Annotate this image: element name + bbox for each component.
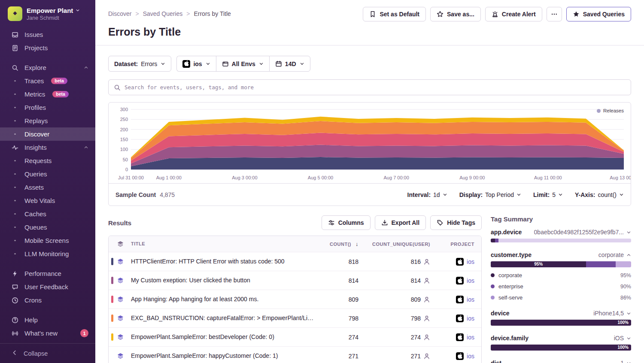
- project-link[interactable]: ios: [436, 258, 481, 266]
- whatsnew-icon: [11, 330, 19, 337]
- sidebar-item-queues[interactable]: Queues: [0, 221, 95, 234]
- sidebar-item-performance[interactable]: Performance: [0, 267, 95, 280]
- sidebar-item-queries[interactable]: Queries: [0, 167, 95, 181]
- tag-value-toggle[interactable]: iOS: [614, 335, 631, 342]
- event-title-link[interactable]: HTTPClientError: HTTP Client Error with …: [131, 252, 318, 271]
- sidebar-item-assets[interactable]: Assets: [0, 181, 95, 194]
- sidebar-item-llm-monitoring[interactable]: LLM Monitoring: [0, 247, 95, 260]
- environment-selector[interactable]: All Envs: [216, 56, 269, 72]
- bullet-icon: [11, 227, 19, 228]
- tag-value-toggle[interactable]: 0baebc0de4982f1255f2e9e9fb7...: [534, 229, 631, 236]
- columns-button[interactable]: Columns: [322, 215, 371, 230]
- column-header-count-unique[interactable]: COUNT_UNIQUE(USER): [361, 242, 436, 247]
- hide-tags-button[interactable]: Hide Tags: [430, 215, 482, 230]
- sidebar-item-label: Discover: [24, 130, 49, 138]
- tag-distribution-bar[interactable]: 95%: [491, 261, 631, 267]
- tag-value-row[interactable]: enterprise90%: [491, 283, 631, 290]
- stacked-area-chart[interactable]: 050100150200250300Jul 31 00:00Aug 1 00:0…: [109, 103, 631, 183]
- saved-queries-button[interactable]: Saved Queries: [566, 7, 631, 21]
- sidebar-item-label: User Feedback: [24, 283, 68, 290]
- sidebar-item-profiles[interactable]: Profiles: [0, 101, 95, 114]
- column-header-project[interactable]: PROJECT: [436, 242, 481, 247]
- y-axis-control[interactable]: Y-Axis:count(): [575, 191, 624, 198]
- project-link[interactable]: ios: [436, 296, 481, 303]
- project-selector[interactable]: ios: [176, 56, 216, 72]
- sidebar-item-mobile-screens[interactable]: Mobile Screens: [0, 234, 95, 247]
- tag-distribution-bar[interactable]: 100%: [491, 345, 631, 351]
- set-as-default-button[interactable]: Set as Default: [363, 7, 426, 21]
- dataset-selector[interactable]: Dataset: Errors: [108, 56, 171, 72]
- column-header-count[interactable]: COUNT()↓: [318, 241, 361, 247]
- sidebar-item-traces[interactable]: Tracesbeta: [0, 74, 95, 88]
- breadcrumb-saved-queries[interactable]: Saved Queries: [143, 10, 183, 17]
- tag-value-toggle[interactable]: iPhone14,5: [593, 310, 631, 317]
- stack-icon: [117, 241, 124, 247]
- save-as-button[interactable]: Save as...: [430, 7, 481, 21]
- sidebar-item-caches[interactable]: Caches: [0, 207, 95, 221]
- sidebar-item-help[interactable]: Help: [0, 313, 95, 327]
- sidebar-item-label: Replays: [24, 117, 48, 124]
- feedback-icon: [11, 284, 19, 290]
- interval-control[interactable]: Interval:1d: [407, 191, 447, 198]
- chart-legend-releases[interactable]: Releases: [597, 108, 624, 113]
- sidebar-item-web-vitals[interactable]: Web Vitals: [0, 194, 95, 207]
- sort-desc-icon: ↓: [355, 241, 358, 247]
- ellipsis-icon: [551, 11, 558, 18]
- search-icon: [11, 64, 19, 71]
- limit-control[interactable]: Limit:5: [533, 191, 563, 198]
- event-title-link[interactable]: EmpowerPlant.SampleError: happyCustomer …: [131, 347, 318, 363]
- more-options-button[interactable]: [547, 7, 562, 21]
- export-all-button[interactable]: Export All: [375, 215, 426, 230]
- sidebar-item-projects[interactable]: Projects: [0, 41, 95, 54]
- bar-segment: 95%: [491, 261, 586, 267]
- sidebar-group-insights[interactable]: Insights: [0, 141, 95, 154]
- dataset-label: Dataset:: [114, 60, 138, 67]
- breadcrumb-discover[interactable]: Discover: [108, 10, 131, 17]
- search-input[interactable]: [125, 84, 626, 91]
- project-link[interactable]: ios: [436, 333, 481, 341]
- org-switcher[interactable]: Empower Plant Jane Schmidt: [0, 0, 95, 26]
- event-title-link[interactable]: App Hanging: App hanging for at least 20…: [131, 290, 318, 309]
- sidebar-item-crons[interactable]: Crons: [0, 293, 95, 307]
- tag-distribution-bar[interactable]: 100%: [491, 320, 631, 326]
- clock-icon: [11, 297, 19, 304]
- series-color-chip: [111, 333, 113, 341]
- event-title-link[interactable]: My Custom exeption: User clicked the but…: [131, 271, 318, 290]
- series-color-chip: [111, 352, 113, 360]
- tag-value-toggle[interactable]: 1: [620, 360, 631, 363]
- date-range-selector[interactable]: 14D: [269, 56, 310, 72]
- sidebar-item-metrics[interactable]: Metricsbeta: [0, 88, 95, 101]
- sidebar-item-what-s-new[interactable]: What's new1: [0, 327, 95, 340]
- tag-distribution-bar[interactable]: [491, 239, 631, 242]
- sidebar-item-discover[interactable]: Discover: [0, 127, 95, 141]
- bullet-icon: [11, 160, 19, 162]
- collapse-label: Collapse: [24, 350, 48, 357]
- project-link[interactable]: ios: [436, 277, 481, 284]
- series-color-chip: [111, 315, 113, 322]
- svg-text:Aug 5 00:00: Aug 5 00:00: [308, 175, 333, 180]
- search-bar[interactable]: [108, 79, 631, 95]
- chart-footer: Sample Count 4,875 Interval:1dDisplay:To…: [109, 183, 631, 206]
- column-header-title[interactable]: TITLE: [131, 236, 318, 252]
- sidebar-item-label: Web Vitals: [24, 197, 55, 204]
- tag-value-toggle[interactable]: corporate: [598, 251, 631, 258]
- tag-value-row[interactable]: corporate95%: [491, 272, 631, 278]
- bar-segment: [498, 239, 631, 242]
- project-link[interactable]: ios: [436, 352, 481, 360]
- event-title-link[interactable]: EmpowerPlant.SampleError: bestDeveloper …: [131, 328, 318, 346]
- sidebar-item-issues[interactable]: Issues: [0, 28, 95, 41]
- user-icon: [423, 277, 430, 284]
- tag-value-row[interactable]: self-serve86%: [491, 294, 631, 301]
- project-name: ios: [467, 277, 474, 284]
- create-alert-button[interactable]: Create Alert: [485, 7, 542, 21]
- sidebar-item-requests[interactable]: Requests: [0, 154, 95, 167]
- sidebar-collapse-button[interactable]: Collapse: [0, 343, 95, 363]
- display-control[interactable]: Display:Top Period: [459, 191, 521, 198]
- event-title-link[interactable]: EXC_BAD_INSTRUCTION: captureFatalError: …: [131, 309, 318, 327]
- apple-icon: [456, 315, 464, 322]
- sidebar-group-explore[interactable]: Explore: [0, 61, 95, 74]
- chart-controls: Interval:1dDisplay:Top PeriodLimit:5Y-Ax…: [407, 191, 624, 198]
- project-link[interactable]: ios: [436, 315, 481, 322]
- sidebar-item-replays[interactable]: Replays: [0, 114, 95, 127]
- sidebar-item-user-feedback[interactable]: User Feedback: [0, 280, 95, 293]
